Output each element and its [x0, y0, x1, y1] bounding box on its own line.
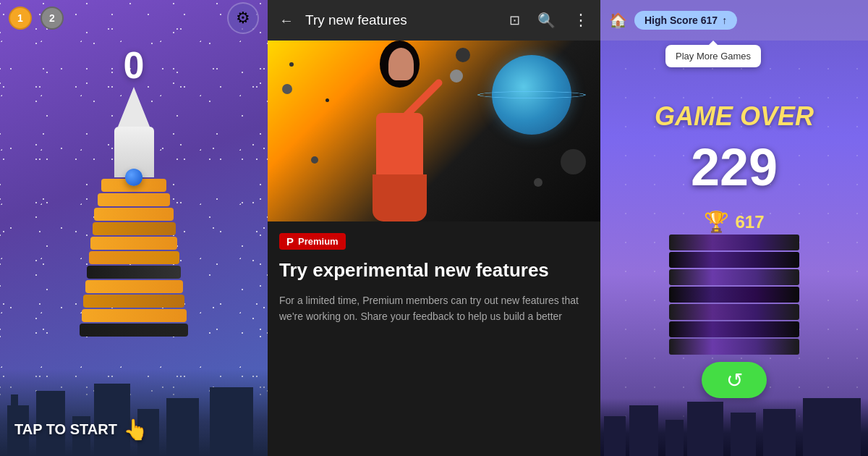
rt-layer-7 [669, 339, 799, 355]
high-score-label: High Score 617 [644, 14, 718, 26]
asteroid-2 [311, 156, 318, 164]
building-7 [210, 387, 253, 456]
player2-badge: 2 [41, 7, 64, 30]
game-over-text: GAME OVER [655, 101, 814, 132]
tower-layer-6 [89, 251, 179, 264]
article-content: P Premium Try experimental new features … [268, 221, 600, 456]
planet-tiny [561, 149, 586, 174]
score-bar: 1 2 ⚙ [0, 0, 268, 36]
right-top-bar: 🏠 High Score 617 ↑ [600, 0, 868, 41]
figure-body [376, 113, 423, 178]
tower-layer-4 [93, 222, 176, 235]
article-image [268, 41, 600, 221]
restart-button[interactable]: ↺ [702, 362, 767, 398]
mini-saturn [450, 69, 463, 83]
center-toolbar: ← Try new features ⊡ 🔍 ⋮ [268, 0, 600, 41]
planet-ring [477, 91, 586, 98]
search-button[interactable]: 🔍 [535, 9, 558, 32]
city-silhouette [0, 369, 268, 456]
asteroid-3 [534, 178, 542, 187]
tower-layers [80, 177, 188, 337]
tower-spire [118, 87, 150, 127]
rt-layer-1 [669, 235, 799, 250]
right-castle-1 [604, 416, 626, 456]
tower-layer-2 [98, 193, 170, 206]
player1-badge: 1 [9, 7, 32, 30]
planet-large [492, 55, 571, 135]
right-castle-6 [763, 409, 796, 456]
gear-icon: ⚙ [236, 9, 250, 28]
right-castle-3 [665, 420, 684, 456]
right-castle-7 [803, 398, 861, 456]
figure [326, 41, 434, 221]
tower-layer-10 [82, 309, 187, 322]
rt-layer-6 [669, 321, 799, 337]
tower [80, 87, 188, 337]
cast-button[interactable]: ⊡ [506, 9, 523, 31]
article-body: For a limited time, Premium members can … [279, 292, 589, 325]
settings-button[interactable]: ⚙ [227, 2, 259, 34]
tower-body-top [114, 127, 154, 177]
share-icon: ↑ [722, 14, 727, 26]
tower-layer-dark [87, 266, 181, 279]
rt-layer-5 [669, 304, 799, 320]
right-city-silhouette [600, 398, 868, 456]
right-castle-5 [731, 413, 756, 456]
building-1-detail [11, 394, 18, 405]
tower-layer-8 [85, 280, 183, 293]
play-more-tooltip[interactable]: Play More Games [665, 45, 761, 67]
home-button[interactable]: 🏠 [609, 12, 627, 29]
toolbar-actions: ⊡ 🔍 ⋮ [506, 8, 592, 33]
right-tower [669, 235, 799, 355]
high-score-value: 617 [735, 212, 764, 232]
hand-icon: 👆 [123, 418, 148, 442]
left-panel: 1 2 ⚙ 0 [0, 0, 268, 456]
asteroid-1 [282, 84, 292, 94]
premium-badge: P Premium [279, 233, 346, 250]
premium-p-icon: P [286, 235, 294, 248]
rt-layer-3 [669, 269, 799, 285]
more-button[interactable]: ⋮ [570, 8, 592, 33]
rt-layer-2 [669, 252, 799, 268]
tower-layer-9 [83, 295, 184, 308]
center-panel: ← Try new features ⊡ 🔍 ⋮ [268, 0, 600, 456]
back-button[interactable]: ← [276, 9, 297, 32]
premium-label: Premium [298, 236, 339, 247]
score-display: 229 [691, 138, 778, 197]
figure-legs [373, 174, 427, 221]
rt-layer-4 [669, 287, 799, 303]
tower-layer-3 [94, 208, 174, 221]
right-castle-4 [687, 402, 723, 456]
tap-to-start[interactable]: TAP TO START 👆 [14, 418, 148, 442]
planet-small [456, 48, 470, 62]
figure-face [388, 48, 414, 80]
current-score: 0 [124, 43, 145, 87]
tower-layer-5 [90, 237, 177, 250]
right-panel: 🏠 High Score 617 ↑ Play More Games GAME … [600, 0, 868, 456]
right-castle-2 [629, 405, 658, 456]
trophy-row: 🏆 617 [704, 210, 764, 234]
high-score-badge: High Score 617 ↑ [634, 11, 737, 30]
building-6 [166, 398, 199, 456]
game-ball [125, 169, 142, 186]
tap-label: TAP TO START [14, 421, 117, 438]
trophy-icon: 🏆 [704, 210, 729, 234]
tower-layer-11 [80, 324, 188, 337]
toolbar-title: Try new features [305, 12, 498, 28]
article-title: Try experimental new features [279, 258, 589, 282]
restart-icon: ↺ [726, 368, 743, 392]
